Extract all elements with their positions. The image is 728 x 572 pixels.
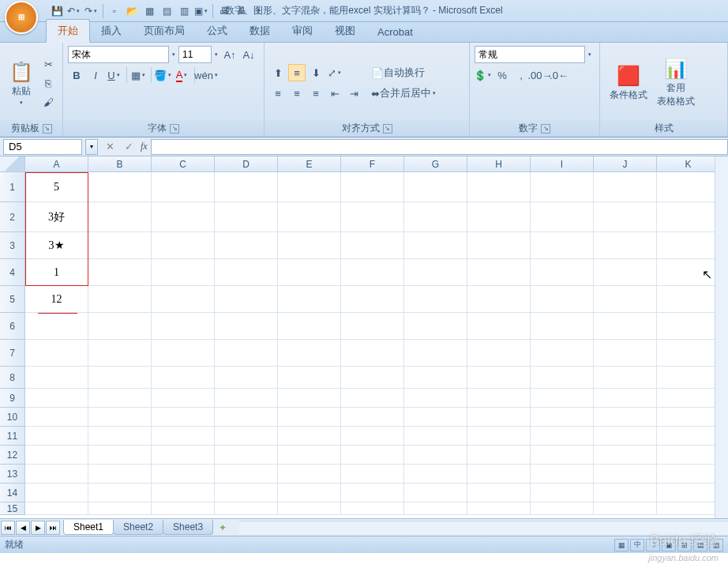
tab-插入[interactable]: 插入 [90, 20, 133, 42]
cell-E10[interactable] [278, 408, 341, 427]
cell-B11[interactable] [88, 427, 152, 446]
cell-K15[interactable] [657, 502, 720, 515]
open-icon[interactable]: 📂 [124, 3, 140, 19]
cell-F6[interactable] [341, 313, 404, 340]
cell-F9[interactable] [341, 389, 404, 408]
align-left-button[interactable]: ≡ [269, 85, 287, 102]
grid3-icon[interactable]: ▤ [159, 3, 174, 19]
cell-I6[interactable] [531, 313, 594, 340]
cell-G2[interactable] [404, 202, 467, 232]
tab-开始[interactable]: 开始 [46, 19, 90, 43]
chart-icon[interactable]: ▣▾ [193, 3, 209, 19]
phonetic-button[interactable]: wén▾ [198, 66, 216, 84]
cancel-formula-icon[interactable]: ✕ [101, 139, 118, 155]
cell-B15[interactable] [88, 502, 152, 515]
cell-F13[interactable] [341, 465, 404, 484]
zoom-button[interactable]: ▥ [709, 539, 723, 551]
cell-G7[interactable] [404, 340, 467, 367]
col-header-D[interactable]: D [215, 156, 278, 171]
cell-E9[interactable] [278, 389, 341, 408]
cell-I13[interactable] [531, 465, 594, 484]
vertical-scrollbar[interactable] [715, 156, 728, 518]
number-format-select[interactable] [475, 46, 585, 63]
cell-J8[interactable] [594, 367, 657, 389]
font-dialog-launcher[interactable]: ↘ [170, 124, 179, 134]
row-header-10[interactable]: 10 [0, 408, 25, 427]
cell-G8[interactable] [404, 367, 467, 389]
cell-F2[interactable] [341, 202, 404, 232]
cell-H2[interactable] [467, 202, 531, 232]
cell-B14[interactable] [88, 484, 152, 502]
cell-H9[interactable] [467, 389, 531, 408]
cell-J6[interactable] [594, 313, 657, 340]
col-header-E[interactable]: E [278, 156, 341, 171]
col-header-J[interactable]: J [594, 156, 657, 171]
cell-K11[interactable] [657, 427, 720, 446]
font-size-select[interactable] [178, 46, 212, 63]
cell-G4[interactable] [404, 259, 467, 286]
table-style-button[interactable]: 📊 套用 表格格式 [652, 55, 700, 111]
col-header-I[interactable]: I [531, 156, 594, 171]
cell-A14[interactable] [25, 484, 88, 502]
row-header-1[interactable]: 1 [0, 172, 25, 202]
cell-G14[interactable] [404, 484, 467, 502]
copy-button[interactable]: ⎘ [39, 74, 57, 92]
cell-H11[interactable] [467, 427, 531, 446]
col-header-K[interactable]: K [657, 156, 720, 171]
cell-J13[interactable] [594, 465, 657, 484]
cell-E2[interactable] [278, 202, 341, 232]
alignment-dialog-launcher[interactable]: ↘ [383, 124, 392, 134]
increase-decimal-button[interactable]: .00→ [531, 66, 549, 84]
cell-K7[interactable] [657, 340, 720, 367]
cell-B10[interactable] [88, 408, 152, 427]
cut-button[interactable]: ✂ [39, 55, 57, 73]
cell-G9[interactable] [404, 389, 467, 408]
sheet-nav-last[interactable]: ⏭ [46, 521, 60, 535]
cell-B7[interactable] [88, 340, 152, 367]
sheet-tab-Sheet1[interactable]: Sheet1 [63, 520, 114, 535]
cell-I10[interactable] [531, 408, 594, 427]
number-dialog-launcher[interactable]: ↘ [541, 124, 550, 134]
ime-indicator[interactable]: 中 [630, 539, 644, 551]
wrap-text-button[interactable]: 📄 自动换行 [367, 64, 429, 81]
cell-D5[interactable] [215, 286, 278, 313]
align-right-button[interactable]: ≡ [307, 85, 325, 102]
tab-Acrobat[interactable]: Acrobat [366, 22, 424, 42]
bold-button[interactable]: B [68, 66, 85, 84]
cell-B4[interactable] [88, 259, 152, 286]
cell-B3[interactable] [88, 232, 152, 259]
sheet-nav-prev[interactable]: ◀ [16, 521, 30, 535]
cell-I3[interactable] [531, 232, 594, 259]
tab-页面布局[interactable]: 页面布局 [133, 20, 196, 42]
cell-C12[interactable] [152, 446, 215, 465]
cell-C11[interactable] [152, 427, 215, 446]
cell-H3[interactable] [467, 232, 531, 259]
view-layout-button[interactable]: ▣ [662, 539, 676, 551]
cell-C1[interactable] [152, 172, 215, 202]
cell-K6[interactable] [657, 313, 720, 340]
cell-I2[interactable] [531, 202, 594, 232]
cell-F7[interactable] [341, 340, 404, 367]
cell-E3[interactable] [278, 232, 341, 259]
cell-I9[interactable] [531, 389, 594, 408]
cell-G10[interactable] [404, 408, 467, 427]
new-icon[interactable]: ▫ [107, 3, 122, 19]
cell-A7[interactable] [25, 340, 88, 367]
tab-公式[interactable]: 公式 [196, 20, 238, 42]
cell-C7[interactable] [152, 340, 215, 367]
cell-J15[interactable] [594, 502, 657, 515]
view-print-button[interactable]: ▤ [693, 539, 707, 551]
cell-E1[interactable] [278, 172, 341, 202]
cell-G12[interactable] [404, 446, 467, 465]
col-header-A[interactable]: A [25, 156, 88, 171]
cell-A5[interactable]: 12 [25, 286, 88, 313]
cell-C2[interactable] [152, 202, 215, 232]
cell-A3[interactable]: 3★ [25, 232, 88, 259]
col-header-B[interactable]: B [88, 156, 152, 171]
cell-D7[interactable] [215, 340, 278, 367]
cell-A6[interactable] [25, 313, 88, 340]
cell-I14[interactable] [531, 484, 594, 502]
cell-C4[interactable] [152, 259, 215, 286]
cell-E14[interactable] [278, 484, 341, 502]
font-color-button[interactable]: A▾ [174, 66, 191, 84]
